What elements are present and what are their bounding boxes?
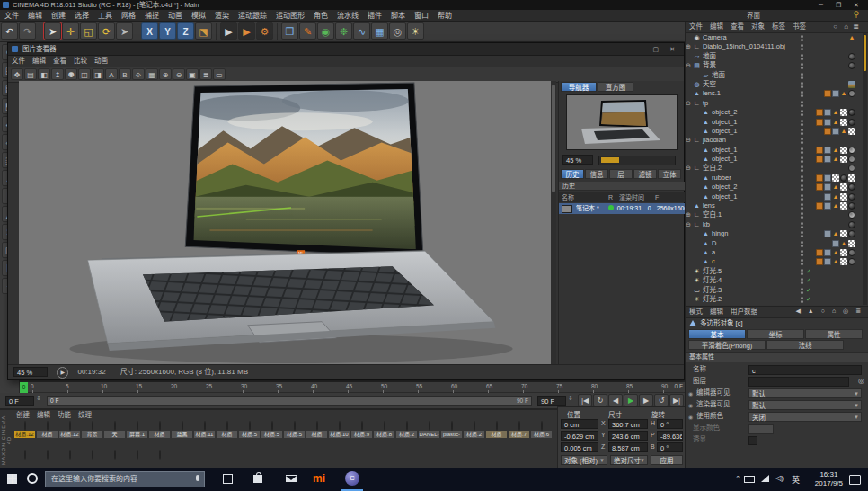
menu-item-5[interactable]: 书签 [789,22,810,32]
checkbox[interactable] [748,436,757,445]
material-item[interactable]: 屏幕.1 [126,422,148,438]
enabled-check-icon[interactable]: ✓ [806,295,811,304]
mail-icon[interactable] [286,475,297,484]
visibility-dots[interactable] [801,82,803,85]
expander-icon[interactable]: ⊕ [686,210,691,219]
nav-zoom-slider[interactable] [598,156,676,165]
render-canvas[interactable]: MI [19,81,556,365]
om-search-icon[interactable]: ○ [833,22,837,31]
history-row[interactable]: 笔记本 * 00:19:31 0 2560x1600 [559,203,685,214]
texture-tag-icon[interactable] [840,147,847,154]
material-tag-icon[interactable] [848,249,855,256]
menu-item-12[interactable]: 角色 [309,10,332,22]
material-item[interactable] [58,451,81,459]
material-tag-icon[interactable] [848,230,855,237]
texture-tag-icon[interactable] [832,174,839,182]
coord-pos-Z[interactable]: 0.005 cm [561,442,598,452]
menu-item-3[interactable]: 比较 [70,56,91,67]
phong-tag-icon[interactable] [824,258,831,265]
material-tag-icon[interactable] [848,156,855,163]
tab-0[interactable]: 导航器 [561,82,597,92]
material-item[interactable]: 材质.2 [395,422,418,438]
coord-system-icon[interactable]: ⬔ [195,22,212,40]
material-item[interactable]: 材质 [485,422,508,438]
object-row[interactable]: ☀灯光.2✓ [686,295,863,304]
viewer-tool-12-icon[interactable]: ⊖ [173,68,185,80]
mic-icon[interactable] [196,475,199,481]
menu-item-1[interactable]: 编辑 [33,410,54,421]
material-item[interactable]: 材质 [148,422,171,438]
current-frame-field[interactable]: 0 F [5,396,34,406]
coord-size-mode-select[interactable]: 绝对尺寸▼ [610,455,648,465]
material-item[interactable]: 材质.7 [508,422,530,438]
object-row[interactable]: ⊖∟空白.2 [686,164,863,173]
input-language[interactable]: 英 [792,474,800,486]
object-row[interactable]: ◉Camera▲ [686,33,863,42]
object-row[interactable]: ☀灯光.5✓ [686,267,863,276]
field-select[interactable]: 默认▼ [748,400,862,410]
viewer-tool-3-icon[interactable]: ↥ [51,68,64,80]
override-dot-icon[interactable]: ◉ [688,412,693,423]
menu-item-9[interactable]: 渲染 [210,10,234,22]
menu-item-2[interactable]: 查看 [49,56,70,67]
transport-btn-2[interactable]: ◀ [608,394,623,406]
viewer-window-controls[interactable]: ─ ▢ ✕ [638,43,679,55]
tab-1[interactable]: 法线 [766,340,844,350]
coord-mode-select[interactable]: 对象 (相对)▼ [561,455,607,465]
phong-tag-icon[interactable] [824,183,831,191]
tray-chevron-icon[interactable]: ⌃ [735,475,740,482]
tab-0[interactable]: 历史 [561,169,584,179]
material-item[interactable]: 材质.12 [13,422,36,438]
layer-field[interactable] [748,377,849,387]
visibility-dots[interactable] [801,101,803,103]
phong-tag-icon[interactable] [824,109,831,116]
material-item[interactable]: 材质 [216,422,238,438]
viewer-tool-10-icon[interactable]: ▦ [146,68,158,80]
visibility-dots[interactable] [801,250,803,253]
material-tag-icon[interactable] [848,165,855,172]
menu-item-7[interactable]: 动画 [164,10,187,22]
material-item[interactable]: 材质.5 [261,422,283,438]
object-row[interactable]: ⊖∟kb [686,220,863,229]
material-item[interactable] [36,451,58,459]
move-icon[interactable]: ✛ [62,22,79,40]
lock-y-icon[interactable]: Y [159,22,176,40]
visibility-dots[interactable] [801,231,803,234]
color-swatch[interactable] [748,424,774,434]
material-item[interactable]: 蓝黑 [171,422,193,438]
menu-item-2[interactable]: 用户数据 [727,307,761,317]
status-zoom[interactable]: 45 % [13,367,48,377]
enabled-check-icon[interactable]: ✓ [806,286,811,295]
selection-tag-icon[interactable]: ▲ [848,34,855,41]
camera-tool-icon[interactable]: ◎ [389,22,406,40]
primitive-cube-icon[interactable]: ❒ [281,22,298,40]
menu-item-1[interactable]: 编辑 [29,56,49,67]
phong-tag-icon[interactable] [824,249,831,256]
material-tag-icon[interactable] [848,62,855,69]
uvw-tag-icon[interactable] [816,174,823,182]
undo-icon[interactable]: ↶ [1,22,18,40]
texture-tag-icon[interactable] [840,193,847,201]
selection-tag-icon[interactable]: ▲ [832,183,839,191]
menu-item-15[interactable]: 脚本 [386,10,410,22]
viewer-tool-8-icon[interactable]: B [119,68,131,80]
selection-tag-icon[interactable]: ▲ [832,258,839,265]
coord-rot-P[interactable]: -89.636 ° [657,431,683,441]
phong-tag-icon[interactable] [832,90,839,97]
viewer-tool-2-icon[interactable]: ◧ [38,68,50,80]
material-tag-icon[interactable] [848,109,855,116]
tab-0[interactable]: 平滑着色(Phong) [688,340,766,350]
material-item[interactable]: plastic- [440,422,463,438]
object-row[interactable]: ▲a▲ [686,248,863,257]
pen-icon[interactable]: ✎ [299,22,316,40]
visibility-dots[interactable] [801,35,803,38]
material-item[interactable] [13,451,36,459]
task-view-icon[interactable] [223,474,233,486]
rotate-icon[interactable]: ⟳ [98,22,115,40]
timeline-ruler[interactable]: 0 0 F 0510152025303540455055606570758085… [20,382,685,393]
material-item[interactable] [126,451,148,459]
phong-tag-icon[interactable] [824,193,831,201]
selection-tag-icon[interactable]: ▲ [840,128,847,135]
nav-zoom-value[interactable]: 45 % [562,155,593,165]
render-picture-viewer-icon[interactable]: ▶ [238,22,255,40]
